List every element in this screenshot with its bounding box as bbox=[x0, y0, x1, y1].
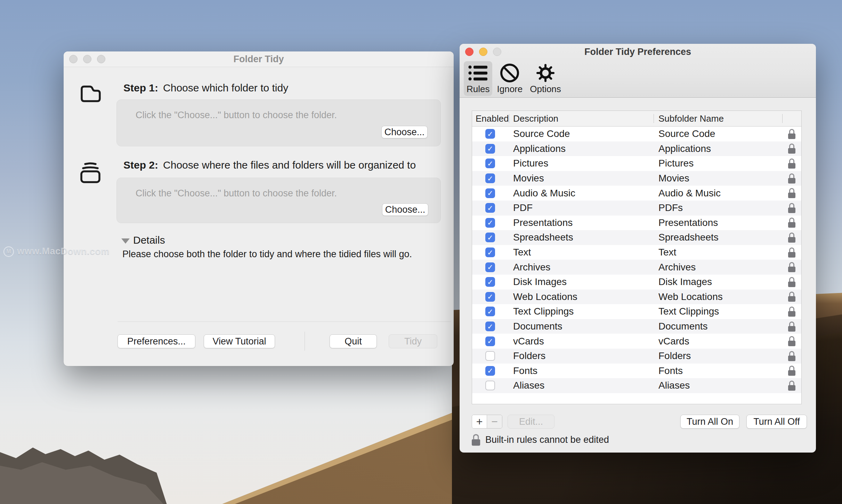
checkmark-icon: ✓ bbox=[487, 175, 493, 182]
table-row[interactable]: ✓ Audio & Music Audio & Music bbox=[472, 186, 801, 201]
column-header-lock bbox=[782, 111, 801, 126]
table-row[interactable]: ✓ Source Code Source Code bbox=[472, 127, 801, 141]
tab-rules[interactable]: Rules bbox=[464, 61, 492, 96]
rule-enabled-checkbox[interactable] bbox=[485, 381, 495, 390]
table-row[interactable]: ✓ Presentations Presentations bbox=[472, 216, 801, 230]
table-row[interactable]: ✓ Archives Archives bbox=[472, 260, 801, 275]
tab-options[interactable]: Options bbox=[527, 61, 564, 96]
tidy-button[interactable]: Tidy bbox=[389, 334, 437, 348]
rule-enabled-checkbox[interactable]: ✓ bbox=[485, 144, 495, 154]
rules-table-header: Enabled Description Subfolder Name bbox=[472, 111, 801, 127]
table-row[interactable]: ✓ Spreadsheets Spreadsheets bbox=[472, 230, 801, 245]
checkmark-icon: ✓ bbox=[487, 367, 493, 374]
rule-enabled-checkbox[interactable]: ✓ bbox=[485, 336, 495, 346]
rule-enabled-checkbox[interactable] bbox=[485, 351, 495, 361]
rule-enabled-checkbox[interactable]: ✓ bbox=[485, 292, 495, 302]
lock-icon bbox=[788, 188, 795, 198]
minimize-button[interactable] bbox=[479, 48, 487, 56]
table-row[interactable]: ✓ Fonts Fonts bbox=[472, 364, 801, 379]
table-row[interactable]: ✓ Text Text bbox=[472, 245, 801, 260]
tab-ignore[interactable]: Ignore bbox=[494, 61, 525, 96]
disclosure-triangle-icon bbox=[121, 238, 130, 244]
table-row[interactable]: Folders Folders bbox=[472, 349, 801, 364]
table-row[interactable]: ✓ Applications Applications bbox=[472, 141, 801, 156]
column-header-enabled[interactable]: Enabled bbox=[472, 111, 509, 126]
lock-icon bbox=[788, 129, 795, 139]
table-row[interactable]: ✓ PDF PDFs bbox=[472, 201, 801, 216]
add-rule-button[interactable]: + bbox=[472, 415, 487, 428]
rule-subfolder: Spreadsheets bbox=[654, 232, 782, 243]
edit-rule-button[interactable]: Edit... bbox=[508, 415, 554, 429]
turn-all-off-button[interactable]: Turn All Off bbox=[746, 415, 807, 429]
source-folder-dropzone[interactable]: Click the "Choose..." button to choose t… bbox=[116, 99, 441, 146]
lock-icon bbox=[788, 218, 795, 228]
quit-button[interactable]: Quit bbox=[330, 334, 377, 348]
rule-subfolder: Text bbox=[654, 247, 782, 258]
rule-enabled-checkbox[interactable]: ✓ bbox=[485, 307, 495, 316]
prefs-titlebar[interactable]: Folder Tidy Preferences bbox=[460, 44, 816, 60]
rule-description: Archives bbox=[509, 262, 654, 273]
rule-description: Text Clippings bbox=[509, 306, 654, 317]
rule-subfolder: Applications bbox=[654, 143, 782, 154]
rule-enabled-checkbox[interactable]: ✓ bbox=[485, 233, 495, 242]
rule-enabled-checkbox[interactable]: ✓ bbox=[485, 129, 495, 139]
rule-enabled-checkbox[interactable]: ✓ bbox=[485, 262, 495, 272]
rule-enabled-checkbox[interactable]: ✓ bbox=[485, 277, 495, 287]
window-title: Folder Tidy Preferences bbox=[584, 47, 691, 57]
desktop: M www.MacDown.com Folder Tidy Step 1:Cho… bbox=[0, 0, 842, 504]
zoom-button[interactable] bbox=[97, 55, 105, 63]
rule-description: Movies bbox=[509, 173, 654, 184]
preferences-button[interactable]: Preferences... bbox=[118, 334, 195, 348]
table-row[interactable]: ✓ Disk Images Disk Images bbox=[472, 275, 801, 290]
rule-enabled-checkbox[interactable]: ✓ bbox=[485, 158, 495, 168]
main-titlebar[interactable]: Folder Tidy bbox=[64, 51, 454, 67]
choose-destination-button[interactable]: Choose... bbox=[382, 203, 428, 216]
rule-subfolder: Folders bbox=[654, 350, 782, 361]
view-tutorial-button[interactable]: View Tutorial bbox=[204, 334, 275, 348]
table-row[interactable]: ✓ Documents Documents bbox=[472, 319, 801, 334]
lock-icon bbox=[472, 434, 480, 446]
lock-icon bbox=[788, 262, 795, 272]
folder-icon bbox=[79, 84, 102, 103]
rule-enabled-checkbox[interactable]: ✓ bbox=[485, 188, 495, 198]
choose-source-button[interactable]: Choose... bbox=[381, 126, 428, 138]
tab-rules-label: Rules bbox=[467, 84, 489, 95]
prohibited-icon bbox=[500, 62, 520, 84]
table-row[interactable]: ✓ Movies Movies bbox=[472, 171, 801, 186]
lock-icon bbox=[788, 233, 795, 243]
destination-folder-placeholder: Click the "Choose..." button to choose t… bbox=[136, 188, 337, 199]
rule-enabled-checkbox[interactable]: ✓ bbox=[485, 173, 495, 183]
destination-folder-dropzone[interactable]: Click the "Choose..." button to choose t… bbox=[116, 178, 441, 223]
step1-heading: Step 1:Choose which folder to tidy bbox=[123, 82, 288, 94]
rule-enabled-checkbox[interactable]: ✓ bbox=[485, 203, 495, 213]
turn-all-on-button[interactable]: Turn All On bbox=[680, 415, 739, 429]
builtin-rules-note-text: Built-in rules cannot be edited bbox=[485, 434, 609, 445]
table-row[interactable]: ✓ Text Clippings Text Clippings bbox=[472, 304, 801, 319]
lock-icon bbox=[788, 203, 795, 213]
footer-separator bbox=[118, 322, 451, 322]
column-header-description[interactable]: Description bbox=[509, 111, 654, 126]
table-row[interactable]: ✓ Pictures Pictures bbox=[472, 156, 801, 171]
column-header-subfolder[interactable]: Subfolder Name bbox=[654, 111, 782, 126]
gear-icon bbox=[535, 62, 556, 84]
rule-enabled-checkbox[interactable]: ✓ bbox=[485, 322, 495, 331]
table-row[interactable]: ✓ Web Locations Web Locations bbox=[472, 290, 801, 304]
table-row[interactable]: Aliases Aliases bbox=[472, 378, 801, 393]
rule-subfolder: Archives bbox=[654, 262, 782, 273]
rule-subfolder: Text Clippings bbox=[654, 306, 782, 317]
rule-subfolder: Disk Images bbox=[654, 276, 782, 287]
lock-icon bbox=[788, 247, 795, 258]
close-button[interactable] bbox=[69, 55, 78, 63]
rule-enabled-checkbox[interactable]: ✓ bbox=[485, 366, 495, 376]
close-button[interactable] bbox=[465, 48, 473, 56]
checkmark-icon: ✓ bbox=[487, 130, 493, 138]
details-disclosure[interactable]: Details bbox=[121, 234, 165, 246]
table-row[interactable]: ✓ vCards vCards bbox=[472, 334, 801, 349]
rule-enabled-checkbox[interactable]: ✓ bbox=[485, 247, 495, 257]
rule-description: Disk Images bbox=[509, 276, 654, 287]
prefs-toolbar: Rules Ignore bbox=[464, 61, 564, 96]
minimize-button[interactable] bbox=[83, 55, 91, 63]
rule-enabled-checkbox[interactable]: ✓ bbox=[485, 218, 495, 228]
remove-rule-button[interactable]: − bbox=[487, 415, 502, 428]
rule-description: PDF bbox=[509, 202, 654, 213]
